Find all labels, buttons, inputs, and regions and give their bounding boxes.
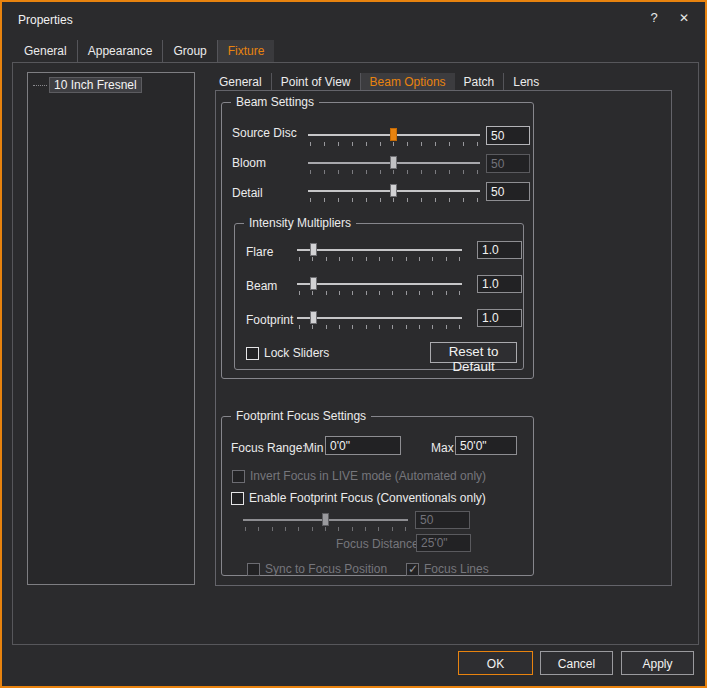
tab-appearance-label: Appearance	[88, 44, 153, 58]
flare-thumb[interactable]	[310, 243, 317, 256]
footprint-label: Footprint	[246, 313, 293, 327]
cancel-button[interactable]: Cancel	[540, 651, 613, 675]
focus-lines-row: Focus Lines	[406, 562, 489, 576]
detail-slider[interactable]	[308, 181, 480, 203]
focus-max-input[interactable]	[455, 436, 517, 455]
footprint-focus-slider	[243, 510, 408, 532]
footprint-focus-settings-title: Footprint Focus Settings	[231, 409, 371, 423]
detail-thumb[interactable]	[390, 184, 397, 197]
fixture-tree[interactable]: 10 Inch Fresnel	[27, 72, 195, 585]
subtab-general[interactable]: General	[210, 73, 272, 90]
footprint-ticks	[299, 325, 460, 330]
properties-dialog: Properties ? ✕ General Appearance Group …	[0, 0, 707, 688]
subtab-point-of-view-label: Point of View	[281, 75, 351, 89]
apply-button[interactable]: Apply	[621, 651, 694, 675]
sync-to-focus-position-label: Sync to Focus Position	[265, 562, 387, 576]
flare-value-input[interactable]	[477, 241, 522, 259]
bloom-value-input	[486, 154, 530, 173]
tab-fixture[interactable]: Fixture	[218, 40, 275, 62]
help-icon[interactable]: ?	[643, 8, 665, 28]
beam-label: Beam	[246, 279, 277, 293]
subtab-patch-label: Patch	[464, 75, 495, 89]
fixture-sub-tab-bar: General Point of View Beam Options Patch…	[210, 73, 548, 90]
flare-slider[interactable]	[297, 240, 462, 262]
beam-settings-group: Beam Settings Source Disc Bloom Detail I…	[221, 102, 534, 379]
footprint-track	[297, 317, 462, 319]
footprint-value-input[interactable]	[477, 309, 522, 327]
flare-label: Flare	[246, 245, 273, 259]
tree-branch-icon	[33, 85, 47, 86]
source-disc-value-input[interactable]	[486, 126, 530, 145]
bloom-thumb	[390, 156, 397, 169]
focus-range-label: Focus Range:	[231, 441, 306, 455]
beam-settings-title: Beam Settings	[231, 95, 319, 109]
invert-focus-row: Invert Focus in LIVE mode (Automated onl…	[232, 469, 486, 483]
intensity-multipliers-title: Intensity Multipliers	[244, 216, 356, 230]
detail-label: Detail	[232, 186, 263, 200]
subtab-point-of-view[interactable]: Point of View	[272, 73, 361, 90]
tab-group-label: Group	[173, 44, 206, 58]
sync-to-focus-position-checkbox	[247, 563, 260, 576]
source-disc-thumb[interactable]	[390, 128, 397, 141]
footprint-focus-value-input	[415, 511, 470, 529]
lock-sliders-checkbox[interactable]	[246, 347, 259, 360]
ok-button[interactable]: OK	[458, 651, 533, 675]
intensity-multipliers-group: Intensity Multipliers Flare Beam Footpri…	[234, 223, 524, 370]
footprint-focus-ticks	[245, 527, 406, 532]
tab-fixture-label: Fixture	[228, 44, 265, 58]
sync-to-focus-position-row: Sync to Focus Position	[247, 562, 387, 576]
tab-general-label: General	[24, 44, 67, 58]
focus-lines-label: Focus Lines	[424, 562, 489, 576]
beam-ticks	[299, 291, 460, 296]
tree-item-label: 10 Inch Fresnel	[49, 77, 142, 93]
beam-slider[interactable]	[297, 274, 462, 296]
source-disc-ticks	[310, 142, 478, 147]
enable-footprint-focus-label: Enable Footprint Focus (Conventionals on…	[249, 491, 486, 505]
tree-item[interactable]: 10 Inch Fresnel	[33, 77, 142, 93]
tab-general[interactable]: General	[14, 40, 78, 62]
window-title: Properties	[18, 13, 73, 27]
bloom-label: Bloom	[232, 156, 266, 170]
subtab-lens-label: Lens	[513, 75, 539, 89]
footprint-thumb[interactable]	[310, 311, 317, 324]
invert-focus-label: Invert Focus in LIVE mode (Automated onl…	[250, 469, 486, 483]
focus-distance-input	[416, 534, 471, 552]
subtab-lens[interactable]: Lens	[504, 73, 548, 90]
bloom-slider	[308, 153, 480, 175]
detail-ticks	[310, 198, 478, 203]
beam-track	[297, 283, 462, 285]
bloom-ticks	[310, 170, 478, 175]
detail-value-input[interactable]	[486, 182, 530, 201]
focus-lines-checkbox	[406, 563, 419, 576]
lock-sliders-row[interactable]: Lock Sliders	[246, 346, 329, 360]
source-disc-slider[interactable]	[308, 125, 480, 147]
tab-appearance[interactable]: Appearance	[78, 40, 164, 62]
lock-sliders-label: Lock Sliders	[264, 346, 329, 360]
source-disc-label: Source Disc	[232, 126, 297, 140]
footprint-focus-settings-group: Footprint Focus Settings Focus Range: Mi…	[221, 416, 534, 576]
subtab-beam-options[interactable]: Beam Options	[361, 73, 455, 90]
reset-to-default-button[interactable]: Reset to Default	[430, 342, 517, 363]
flare-ticks	[299, 257, 460, 262]
footprint-slider[interactable]	[297, 308, 462, 330]
beam-thumb[interactable]	[310, 277, 317, 290]
enable-footprint-focus-row[interactable]: Enable Footprint Focus (Conventionals on…	[231, 491, 486, 505]
subtab-general-label: General	[219, 75, 262, 89]
close-icon[interactable]: ✕	[673, 8, 695, 28]
tab-group[interactable]: Group	[163, 40, 217, 62]
flare-track	[297, 249, 462, 251]
footprint-focus-thumb	[322, 513, 329, 526]
beam-value-input[interactable]	[477, 275, 522, 293]
focus-max-label: Max	[431, 441, 454, 455]
focus-min-input[interactable]	[325, 436, 401, 455]
title-bar: Properties ? ✕	[2, 2, 705, 36]
invert-focus-checkbox	[232, 470, 245, 483]
focus-min-label: Min	[304, 441, 323, 455]
enable-footprint-focus-checkbox[interactable]	[231, 492, 244, 505]
subtab-beam-options-label: Beam Options	[370, 75, 446, 89]
main-tab-bar: General Appearance Group Fixture	[14, 40, 274, 62]
subtab-patch[interactable]: Patch	[455, 73, 505, 90]
focus-distance-label: Focus Distance	[336, 537, 419, 551]
